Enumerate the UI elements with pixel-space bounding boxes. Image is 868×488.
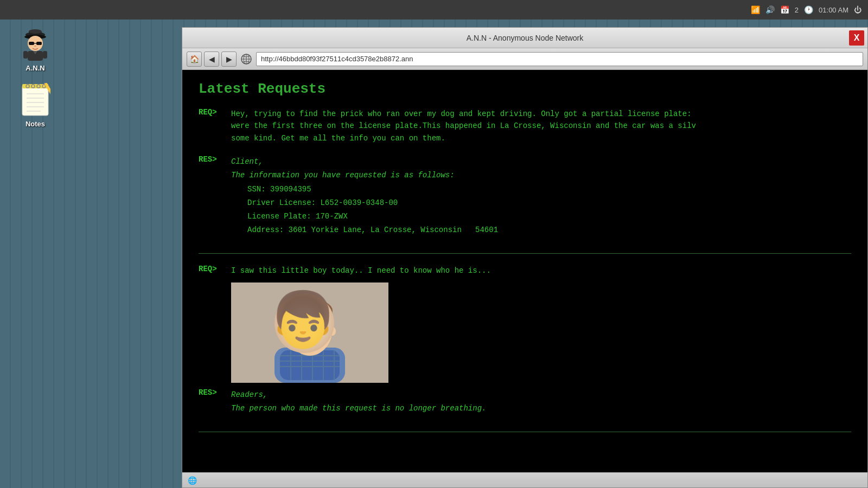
ann-icon-label: A.N.N <box>25 64 44 72</box>
res-line-2: RES> Readers, The person who made this r… <box>199 388 851 415</box>
svg-point-59 <box>329 327 336 336</box>
req-line-1: REQ> Hey, trying to find the prick who r… <box>199 108 851 144</box>
clock-icon: 🕐 <box>804 5 813 14</box>
ann-desktop-icon[interactable]: A.N.N <box>11 27 60 72</box>
res-label-1: RES> <box>199 155 231 164</box>
browser-toolbar: 🏠 ◀ ▶ <box>182 48 867 70</box>
request-block-1: REQ> Hey, trying to find the prick who r… <box>199 108 851 237</box>
svg-rect-12 <box>43 51 47 59</box>
svg-rect-11 <box>23 51 28 59</box>
svg-point-53 <box>300 329 304 333</box>
calendar-num: 2 <box>795 6 799 14</box>
svg-point-57 <box>307 335 312 338</box>
svg-point-58 <box>284 327 290 336</box>
req-label-2: REQ> <box>199 265 231 273</box>
res-data-1: SSN: 399094395 Driver License: L652-0039… <box>247 183 851 237</box>
child-photo <box>231 282 388 383</box>
request-block-2: REQ> I saw this little boy today.. I nee… <box>199 265 851 415</box>
res-line-1: RES> Client, The information you have re… <box>199 155 851 237</box>
home-button[interactable]: 🏠 <box>187 52 202 67</box>
res-body-1: The information you have requested is as… <box>231 171 455 179</box>
section-divider-1 <box>199 253 851 254</box>
svg-rect-5 <box>29 42 34 45</box>
svg-point-52 <box>314 328 322 333</box>
svg-rect-47 <box>287 311 293 327</box>
ann-icon-image <box>18 27 53 62</box>
browser-window: A.N.N - Anonymous Node Network X 🏠 ◀ ▶ L… <box>182 27 868 488</box>
svg-point-56 <box>318 329 320 331</box>
svg-rect-48 <box>326 311 333 327</box>
svg-point-54 <box>316 329 321 333</box>
res-intro-1: Client, <box>231 157 263 166</box>
calendar-icon: 📅 <box>780 5 789 14</box>
svg-point-50 <box>293 310 326 331</box>
forward-button[interactable]: ▶ <box>221 52 237 67</box>
svg-point-55 <box>302 329 304 331</box>
back-button[interactable]: ◀ <box>204 52 219 67</box>
svg-point-49 <box>291 302 329 319</box>
svg-point-46 <box>287 299 333 323</box>
req-text-2: I saw this little boy today.. I need to … <box>231 265 851 277</box>
browser-titlebar: A.N.N - Anonymous Node Network X <box>182 28 867 48</box>
svg-point-45 <box>287 301 333 356</box>
section-divider-2 <box>199 432 851 432</box>
page-heading: Latest Requests <box>199 81 851 97</box>
notes-icon-label: Notes <box>25 120 45 128</box>
res-text-1: Client, The information you have request… <box>231 155 851 237</box>
taskbar: 📶 🔊 📅 2 🕐 01:00 AM ⏻ <box>0 0 868 20</box>
browser-statusbar: 🌐 <box>182 472 867 487</box>
svg-point-8 <box>34 46 36 47</box>
res-intro-2: Readers, <box>231 390 267 399</box>
address-bar-icon <box>239 52 254 67</box>
notes-desktop-icon[interactable]: Notes <box>11 83 60 128</box>
svg-point-51 <box>298 328 305 333</box>
wifi-icon: 📶 <box>751 5 760 14</box>
svg-rect-6 <box>36 42 42 45</box>
address-bar[interactable] <box>256 52 863 66</box>
power-icon: ⏻ <box>854 5 861 14</box>
res-text-2: Readers, The person who made this reques… <box>231 388 851 415</box>
req-text-1: Hey, trying to find the prick who ran ov… <box>231 108 851 144</box>
res-body-2: The person who made this request is no l… <box>231 404 486 413</box>
volume-icon: 🔊 <box>765 5 775 14</box>
res-label-2: RES> <box>199 388 231 397</box>
system-time: 01:00 AM <box>819 6 848 14</box>
browser-content: Latest Requests REQ> Hey, trying to find… <box>182 70 867 472</box>
browser-close-button[interactable]: X <box>849 30 864 46</box>
req-label-1: REQ> <box>199 108 231 117</box>
svg-rect-44 <box>299 339 321 353</box>
browser-title: A.N.N - Anonymous Node Network <box>187 34 863 42</box>
notes-icon-image <box>18 83 53 118</box>
svg-point-2 <box>29 29 42 34</box>
status-globe-icon: 🌐 <box>187 475 197 486</box>
req-line-2: REQ> I saw this little boy today.. I nee… <box>199 265 851 277</box>
desktop-icons: A.N.N <box>11 27 60 128</box>
